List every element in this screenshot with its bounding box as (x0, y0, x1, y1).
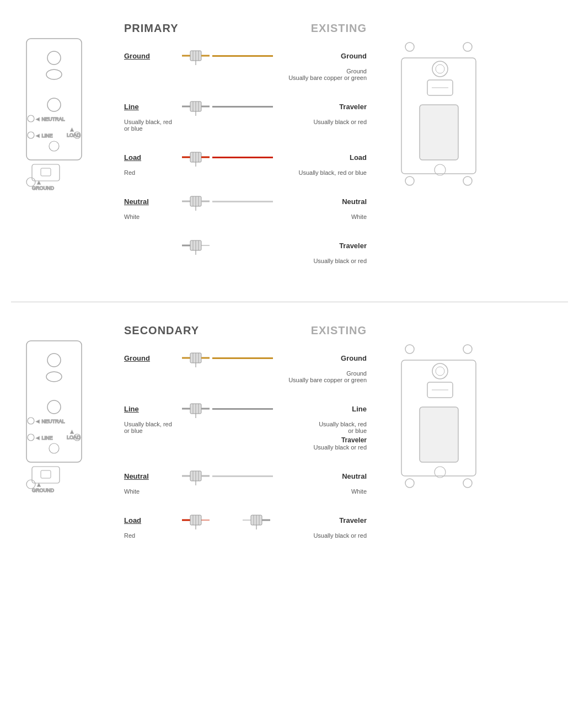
primary-load-sub-left: Red (124, 169, 179, 176)
secondary-ground-sub-right: GroundUsually bare copper or green (179, 370, 367, 383)
svg-point-98 (436, 367, 444, 376)
secondary-load-traveler-row: Load (124, 510, 367, 539)
svg-point-54 (47, 354, 61, 367)
secondary-load-traveler-sub: Red Usually black or red (124, 532, 367, 539)
primary-line-left-label: Line (124, 103, 179, 111)
secondary-ground-left-label: Ground (124, 354, 179, 362)
svg-point-11 (49, 141, 59, 151)
primary-load-sub-right: Usually black, red or blue (179, 169, 367, 176)
secondary-neutral-sub: White White (124, 488, 367, 495)
secondary-load-left-label: Load (124, 516, 179, 524)
primary-traveler-only-row: Traveler Usually black or red (179, 235, 367, 264)
secondary-traveler-sub-right: Usually black or red (179, 532, 367, 539)
primary-line-sub-left: Usually black, redor blue (124, 119, 179, 132)
secondary-line-sub-right: Usually black, redor blue (179, 421, 367, 434)
secondary-existing-label: EXISTING (311, 324, 367, 337)
secondary-load-connector (179, 511, 273, 529)
secondary-line-line: Line Line (124, 399, 367, 419)
svg-text:▲: ▲ (69, 127, 74, 132)
svg-point-44 (432, 61, 448, 77)
svg-point-64 (49, 443, 59, 453)
secondary-load-sub-left: Red (124, 532, 179, 539)
secondary-line-connector (179, 399, 273, 418)
secondary-line-sub: Usually black, redor blue Usually black,… (124, 421, 367, 434)
primary-traveler-only-right-label: Traveler (273, 242, 367, 250)
secondary-wiring-center: SECONDARY EXISTING Ground (113, 319, 378, 560)
secondary-neutral-row: Neutral Neutral (124, 466, 367, 495)
primary-line-connector (179, 97, 273, 116)
primary-ground-sub: GroundUsually bare copper or green (124, 68, 367, 81)
svg-text:◄ NEUTRAL: ◄ NEUTRAL (35, 419, 65, 424)
primary-neutral-sub-right: White (179, 213, 367, 220)
svg-rect-0 (26, 39, 82, 160)
svg-point-52 (463, 176, 472, 185)
svg-rect-102 (420, 407, 458, 462)
primary-ground-left-label: Ground (124, 52, 179, 60)
svg-point-57 (28, 417, 34, 424)
svg-text:◄ LINE: ◄ LINE (35, 133, 52, 138)
primary-label: PRIMARY (124, 22, 178, 35)
primary-load-line: Load Load (124, 147, 367, 167)
secondary-neutral-sub-left: White (124, 488, 179, 495)
primary-neutral-sub: White White (124, 213, 367, 220)
svg-point-4 (28, 115, 34, 122)
primary-neutral-right-label: Neutral (273, 197, 367, 206)
secondary-line-left-label: Line (124, 405, 179, 413)
secondary-label: SECONDARY (124, 324, 199, 337)
svg-point-43 (463, 42, 472, 51)
primary-ground-connector (179, 46, 273, 65)
secondary-line-traveler-extra-left (124, 436, 179, 444)
primary-neutral-row: Neutral Neutral (124, 191, 367, 220)
primary-load-row: Load Load (124, 147, 367, 176)
secondary-ground-row: Ground Ground (124, 348, 367, 383)
svg-text:◄ NEUTRAL: ◄ NEUTRAL (35, 116, 65, 122)
secondary-load-traveler-line: Load (124, 510, 367, 530)
svg-point-59 (28, 434, 34, 441)
svg-point-45 (436, 65, 444, 73)
svg-point-55 (46, 372, 62, 382)
secondary-line-traveler-sub: Usually black or red (124, 444, 367, 451)
svg-rect-66 (41, 470, 51, 478)
svg-rect-53 (26, 341, 82, 462)
secondary-line-right-label: Line (273, 405, 367, 413)
primary-traveler-only-sub-right: Usually black or red (273, 258, 367, 264)
primary-neutral-sub-left: White (124, 213, 179, 220)
svg-text:▲: ▲ (69, 429, 74, 435)
secondary-ground-line: Ground Ground (124, 348, 367, 368)
svg-point-105 (463, 479, 472, 488)
svg-text:▲: ▲ (36, 180, 41, 185)
svg-point-104 (405, 479, 414, 488)
secondary-line-traveler-extra: Traveler (124, 436, 367, 444)
secondary-line-traveler-sub-left (124, 444, 179, 451)
svg-text:LOAD: LOAD (67, 435, 81, 440)
secondary-traveler-right-label: Traveler (273, 516, 367, 524)
svg-point-96 (463, 345, 472, 354)
svg-point-56 (47, 400, 61, 414)
secondary-line-traveler-sub-right: Usually black or red (179, 444, 367, 451)
secondary-neutral-right-label: Neutral (273, 472, 367, 480)
primary-load-connector (179, 148, 273, 167)
secondary-neutral-left-label: Neutral (124, 472, 179, 480)
primary-ground-right-label: Ground (273, 52, 367, 60)
primary-traveler-right-label: Traveler (273, 103, 367, 111)
primary-line-row: Line Traveler (124, 97, 367, 132)
secondary-section: ◄ NEUTRAL ◄ LINE ▲ LOAD ▲ GROUND SECONDA… (11, 319, 568, 560)
primary-line-sub-right: Usually black or red (179, 119, 367, 132)
svg-text:LOAD: LOAD (67, 132, 81, 138)
secondary-neutral-connector (179, 467, 273, 485)
svg-point-97 (432, 363, 448, 379)
primary-traveler-only-line: Traveler (179, 235, 367, 255)
secondary-traveler-label: Traveler (179, 436, 367, 444)
svg-text:▲: ▲ (36, 482, 41, 488)
primary-header: PRIMARY EXISTING (124, 22, 367, 35)
svg-point-3 (47, 98, 61, 111)
primary-switch-right (383, 17, 494, 199)
secondary-ground-sub-left (124, 370, 179, 383)
secondary-ground-sub: GroundUsually bare copper or green (124, 370, 367, 383)
svg-point-6 (28, 132, 34, 138)
svg-text:GROUND: GROUND (32, 185, 54, 191)
primary-neutral-line: Neutral Neutral (124, 191, 367, 211)
svg-point-51 (405, 176, 414, 185)
primary-section: ◄ NEUTRAL ◄ LINE ▲ LOAD ▲ GROUND (11, 17, 568, 285)
primary-ground-line: Ground Grou (124, 46, 367, 66)
